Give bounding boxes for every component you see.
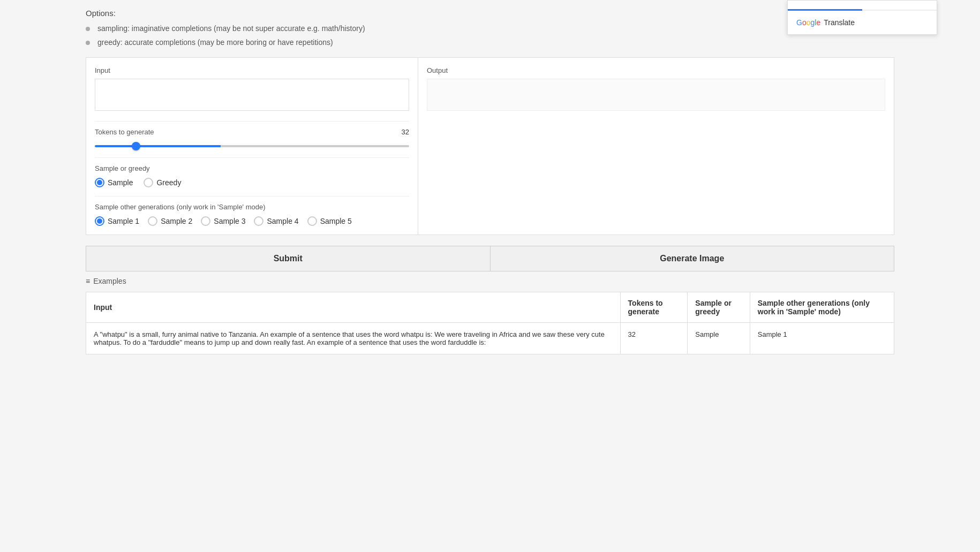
slider-container bbox=[95, 140, 409, 149]
col-input: Input bbox=[86, 292, 621, 323]
submit-button[interactable]: Submit bbox=[86, 246, 491, 271]
greedy-radio-btn bbox=[144, 178, 153, 187]
gt-tab-inactive[interactable] bbox=[862, 1, 937, 10]
sample-greedy-group: Sample Greedy bbox=[95, 178, 409, 187]
options-list: sampling: imaginative completions (may b… bbox=[86, 24, 894, 47]
input-label: Input bbox=[95, 66, 409, 74]
sample2-radio-option[interactable]: Sample 2 bbox=[148, 216, 192, 226]
sample2-radio-btn bbox=[148, 216, 157, 226]
col-sample-gen: Sample other generations (only work in '… bbox=[750, 292, 894, 323]
input-textarea[interactable] bbox=[95, 79, 409, 111]
buttons-row: Submit Generate Image bbox=[86, 246, 894, 271]
sample4-radio-option[interactable]: Sample 4 bbox=[254, 216, 298, 226]
gt-tab-bar bbox=[788, 1, 937, 11]
sample-greedy-label: Sample or greedy bbox=[95, 164, 409, 172]
google-translate-popup: Google Translate bbox=[787, 0, 937, 35]
sample3-radio-btn bbox=[201, 216, 210, 226]
sample-gen-label: Sample other generations (only work in '… bbox=[95, 203, 409, 211]
translate-text: Translate bbox=[824, 18, 855, 27]
sample3-radio-option[interactable]: Sample 3 bbox=[201, 216, 245, 226]
list-item: greedy: accurate completions (may be mor… bbox=[86, 38, 894, 47]
sample-gen-section: Sample other generations (only work in '… bbox=[95, 196, 409, 226]
list-item: sampling: imaginative completions (may b… bbox=[86, 24, 894, 33]
sample-radio-label: Sample bbox=[108, 178, 133, 187]
sample1-radio-btn bbox=[95, 216, 104, 226]
row-sample-gen: Sample 1 bbox=[750, 323, 894, 354]
tokens-header: Tokens to generate 32 bbox=[95, 128, 409, 136]
output-label: Output bbox=[427, 66, 885, 74]
google-o1: o bbox=[802, 18, 806, 27]
examples-section: ≡ Examples Input Tokens to generate Samp… bbox=[86, 277, 894, 354]
row-input: A "whatpu" is a small, furry animal nati… bbox=[86, 323, 621, 354]
sample4-radio-btn bbox=[254, 216, 263, 226]
tokens-label: Tokens to generate bbox=[95, 128, 154, 136]
sample2-label: Sample 2 bbox=[161, 217, 192, 225]
bullet-text: sampling: imaginative completions (may b… bbox=[97, 24, 365, 33]
greedy-radio-label: Greedy bbox=[156, 178, 181, 187]
google-g: G bbox=[796, 18, 802, 27]
tokens-slider[interactable] bbox=[95, 145, 409, 147]
row-tokens: 32 bbox=[620, 323, 688, 354]
sample5-radio-option[interactable]: Sample 5 bbox=[307, 216, 352, 226]
bullet-dot bbox=[86, 27, 90, 31]
examples-table: Input Tokens to generate Sample or greed… bbox=[86, 292, 894, 354]
sample-radio-option[interactable]: Sample bbox=[95, 178, 133, 187]
sample1-label: Sample 1 bbox=[108, 217, 139, 225]
sample4-label: Sample 4 bbox=[267, 217, 298, 225]
examples-icon: ≡ bbox=[86, 277, 90, 285]
sample-greedy-section: Sample or greedy Sample Greedy bbox=[95, 157, 409, 187]
col-tokens: Tokens to generate bbox=[620, 292, 688, 323]
bullet-dot bbox=[86, 41, 90, 45]
sample-radio-btn bbox=[95, 178, 104, 187]
options-heading: Options: bbox=[86, 9, 894, 18]
sample1-radio-option[interactable]: Sample 1 bbox=[95, 216, 139, 226]
gt-tab-active[interactable] bbox=[788, 1, 862, 11]
tokens-value: 32 bbox=[402, 128, 409, 136]
bullet-text: greedy: accurate completions (may be mor… bbox=[97, 38, 333, 47]
examples-label: Examples bbox=[93, 277, 126, 285]
input-panel: Input Tokens to generate 32 Sample or gr… bbox=[86, 58, 418, 235]
output-panel: Output bbox=[418, 58, 894, 235]
examples-heading: ≡ Examples bbox=[86, 277, 894, 285]
output-area bbox=[427, 79, 885, 111]
gt-content: Google Translate bbox=[788, 11, 937, 34]
table-header-row: Input Tokens to generate Sample or greed… bbox=[86, 292, 894, 323]
main-interface: Input Tokens to generate 32 Sample or gr… bbox=[86, 57, 894, 235]
col-sample-greedy: Sample or greedy bbox=[688, 292, 750, 323]
tokens-section: Tokens to generate 32 bbox=[95, 121, 409, 149]
google-e: e bbox=[816, 18, 820, 27]
google-logo: Google bbox=[796, 18, 820, 27]
sample-gen-group: Sample 1 Sample 2 Sample 3 Sample 4 bbox=[95, 216, 409, 226]
sample5-label: Sample 5 bbox=[320, 217, 352, 225]
greedy-radio-option[interactable]: Greedy bbox=[144, 178, 181, 187]
generate-image-button[interactable]: Generate Image bbox=[491, 246, 895, 271]
row-sample-greedy: Sample bbox=[688, 323, 750, 354]
table-row: A "whatpu" is a small, furry animal nati… bbox=[86, 323, 894, 354]
sample3-label: Sample 3 bbox=[214, 217, 245, 225]
sample5-radio-btn bbox=[307, 216, 317, 226]
